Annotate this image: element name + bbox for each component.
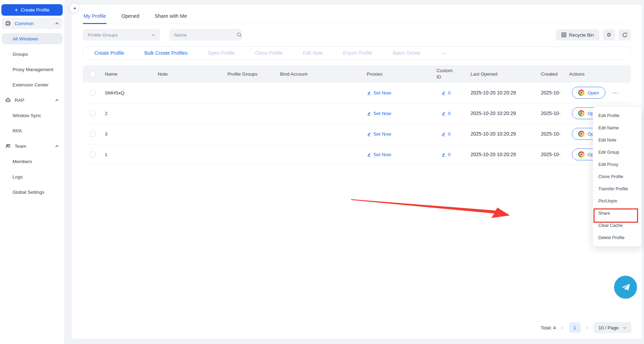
profile-name: 2 <box>105 111 158 116</box>
recycle-bin-button[interactable]: Recycle Bin <box>556 29 599 40</box>
table-row: 1 Set Now 0 2025-10-20 10:20:29 2025-10-… <box>83 144 631 165</box>
sidebar-item-all-windows[interactable]: All Windows <box>2 31 62 46</box>
last-opened-value: 2025-10-20 10:20:29 <box>471 131 541 137</box>
sidebar-item-rpa[interactable]: RPA <box>2 123 62 138</box>
chrome-icon <box>578 90 584 96</box>
last-opened-value: 2025-10-20 10:20:29 <box>471 90 541 95</box>
sidebar-item-global-settings[interactable]: Global Settings <box>2 184 62 200</box>
edit-icon <box>441 132 446 136</box>
sidebar-section-rap[interactable]: RAP <box>2 92 62 108</box>
set-proxy-link[interactable]: Set Now <box>367 90 436 95</box>
row-checkbox[interactable] <box>90 110 95 116</box>
custom-id-link[interactable]: 0 <box>441 90 471 95</box>
chrome-icon <box>578 131 584 137</box>
created-value: 2025-10- <box>541 131 569 137</box>
menu-item-edit-group[interactable]: Edit Group <box>593 146 642 158</box>
menu-item-edit-name[interactable]: Edit Name <box>593 122 642 134</box>
table-header: Name Note Profile Groups Bind Account Pr… <box>83 65 631 83</box>
telegram-button[interactable] <box>614 276 637 299</box>
settings-button[interactable]: ⚙ <box>603 29 615 40</box>
profile-name: SMHSxQ <box>105 90 158 95</box>
refresh-button[interactable] <box>619 29 631 40</box>
column-header-custom-id: Custom ID <box>436 68 471 80</box>
edit-note-action[interactable]: Edit Note <box>303 50 323 56</box>
sidebar-section-common[interactable]: Common <box>2 16 62 31</box>
custom-id-link[interactable]: 0 <box>441 111 471 116</box>
tab-my-profile[interactable]: My Profile <box>83 9 107 24</box>
menu-item-transfer-profile[interactable]: Transfer Profile <box>593 183 642 195</box>
column-header-bind-account: Bind Account <box>280 71 367 77</box>
set-proxy-link[interactable]: Set Now <box>367 152 436 157</box>
sidebar-item-members[interactable]: Members <box>2 154 62 169</box>
set-proxy-link[interactable]: Set Now <box>367 131 436 137</box>
menu-item-edit-proxy[interactable]: Edit Proxy <box>593 158 642 170</box>
more-actions-button[interactable]: ⋯ <box>441 50 447 56</box>
menu-item-edit-profile[interactable]: Edit Profile <box>593 109 642 122</box>
filter-row: Profile Groups Recycle Bin ⚙ <box>83 29 631 41</box>
create-profile-label: Create Profile <box>21 7 49 13</box>
column-header-created: Created <box>541 71 569 77</box>
table-row: SMHSxQ Set Now 0 2025-10-20 10:20:29 202… <box>83 83 631 103</box>
bulk-create-profiles-action[interactable]: Bulk Create Profiles <box>145 50 188 56</box>
edit-icon <box>367 91 371 95</box>
sidebar: + Create Profile Common All Windows Grou… <box>0 0 64 344</box>
create-profile-action[interactable]: Create Profile <box>94 50 124 56</box>
globe-icon <box>5 21 11 26</box>
name-search-input[interactable] <box>173 32 236 38</box>
sidebar-item-proxy-management[interactable]: Proxy Management <box>2 62 62 77</box>
export-profile-action[interactable]: Export Profile <box>343 50 372 56</box>
row-checkbox[interactable] <box>90 152 95 157</box>
row-more-button[interactable]: ⋯ <box>612 89 619 97</box>
open-profile-action[interactable]: Open Profile <box>208 50 235 56</box>
chevron-up-icon <box>55 99 59 101</box>
created-value: 2025-10- <box>541 152 569 157</box>
menu-item-edit-note[interactable]: Edit Note <box>593 134 642 146</box>
profiles-table: Name Note Profile Groups Bind Account Pr… <box>83 65 631 165</box>
sidebar-item-window-sync[interactable]: Window Sync <box>2 108 62 123</box>
next-page-button[interactable]: › <box>585 324 589 331</box>
prev-page-button[interactable]: ‹ <box>561 324 564 331</box>
profile-name: 1 <box>105 152 158 157</box>
sidebar-item-logs[interactable]: Logs <box>2 169 62 184</box>
main-panel: My Profile Opened Share with Me Profile … <box>72 5 642 339</box>
custom-id-link[interactable]: 0 <box>441 152 471 157</box>
chevron-down-icon <box>152 34 155 36</box>
tab-share-with-me[interactable]: Share with Me <box>154 9 188 24</box>
sidebar-item-groups[interactable]: Groups <box>2 46 62 62</box>
set-proxy-link[interactable]: Set Now <box>367 111 436 116</box>
edit-icon <box>441 91 446 95</box>
close-profile-action[interactable]: Close Profile <box>255 50 282 56</box>
menu-item-clone-profile[interactable]: Clone Profile <box>593 170 642 183</box>
profile-groups-select[interactable]: Profile Groups <box>83 29 160 41</box>
column-header-profile-groups: Profile Groups <box>227 71 280 77</box>
robot-icon <box>5 97 11 103</box>
edit-icon <box>441 111 446 116</box>
column-header-last-opened: Last Opened <box>471 71 541 77</box>
sidebar-section-team[interactable]: Team <box>2 138 62 154</box>
batch-delete-action[interactable]: Batch Delete <box>393 50 420 56</box>
sidebar-section-label: Common <box>15 21 34 26</box>
edit-icon <box>367 111 371 116</box>
custom-id-link[interactable]: 0 <box>441 131 471 137</box>
chrome-icon <box>578 110 584 116</box>
menu-item-delete-profile[interactable]: Delete Profile <box>593 231 642 244</box>
create-profile-button[interactable]: + Create Profile <box>1 4 63 16</box>
sidebar-item-extension-center[interactable]: Extension Center <box>2 77 62 92</box>
page-size-select[interactable]: 10 / Page <box>593 322 631 333</box>
menu-item-share[interactable]: Share <box>593 207 642 219</box>
plus-icon: + <box>15 7 18 13</box>
menu-item-pin-unpin[interactable]: Pin/Unpin <box>593 195 642 207</box>
column-header-actions: Actions <box>569 71 631 77</box>
tab-bar: My Profile Opened Share with Me <box>83 5 631 24</box>
collapse-arrow-icon: ◀ <box>73 7 75 10</box>
tab-opened[interactable]: Opened <box>121 9 140 24</box>
refresh-icon <box>622 32 628 38</box>
sidebar-collapse-button[interactable]: ◀ <box>70 3 79 13</box>
created-value: 2025-10- <box>541 90 569 95</box>
menu-item-clear-cache[interactable]: Clear Cache <box>593 219 642 231</box>
current-page[interactable]: 1 <box>569 322 581 333</box>
open-profile-button[interactable]: Open <box>572 87 605 99</box>
select-all-checkbox[interactable] <box>90 71 95 77</box>
row-checkbox[interactable] <box>90 131 95 137</box>
row-checkbox[interactable] <box>90 90 95 95</box>
